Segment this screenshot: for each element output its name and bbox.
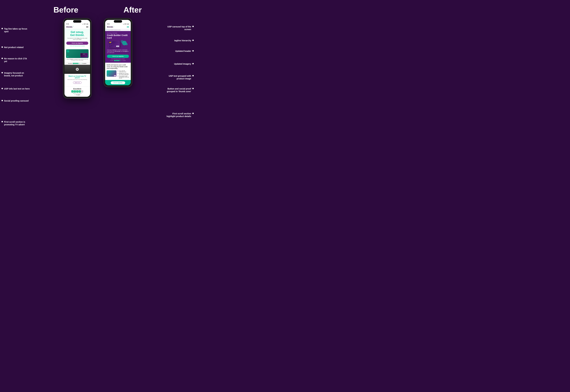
before-image-section: thimbl.™ •••• •••• •••• 1234 Check if th… [65, 48, 90, 62]
after-time: 9:41 [107, 23, 110, 25]
after-usp-banner: ☑ Over 150,000 customers so far [105, 29, 131, 31]
annotation-usp-info: USP info last text on hero [1, 87, 30, 90]
before-phone-frame: 9:41 ▲ WiFi ■■■ thimbl.™ [63, 18, 92, 98]
before-trustpilot-full: ✦ Trustpilot [66, 94, 89, 96]
before-apr: 34.5% APR Representative (variable) [66, 45, 88, 46]
after-card-visual: thimbl.™ •• •••• •••• •••• 12/27 VISA [107, 40, 129, 48]
annotation-updated-imagery: Updated Imagery [174, 63, 194, 65]
before-phone: 9:41 ▲ WiFi ■■■ thimbl.™ [63, 18, 92, 98]
annotation-button-social: Button and social proof grouped in 'thum… [164, 87, 194, 93]
after-scroll-section: Build and improve your credit score, by … [105, 63, 131, 80]
bullet-dot [1, 121, 3, 122]
before-excellent-stars: ★ ★ ★ ★ ★ [66, 90, 89, 93]
bullet-dot [1, 72, 3, 73]
bullet-dot [1, 100, 3, 101]
annotation-tagline: Tag line takes up focus spot [1, 28, 30, 33]
annotation-first-scroll-right: First scroll section highlight product d… [164, 112, 194, 118]
annotation-usp-grouped: USP text grouped with product image [164, 75, 194, 80]
before-tv-title: Watch our brand new TV advert! [66, 75, 89, 79]
after-phone-frame: 9:41 ▲ WiFi ■■■ thimbl.™ [104, 18, 132, 87]
before-tagline: Get smug. Get thimbl. [66, 31, 88, 37]
before-tv-sub: Share where you've seen us by using #Get… [66, 79, 89, 80]
dynamic-island-after [114, 20, 122, 23]
feature-item-2: ☑ Manage your account 24/7 in the mobile… [117, 73, 129, 75]
bullet-dot [1, 88, 3, 89]
feature-item-1: ☑ Over 150,000 customers so far [117, 70, 129, 72]
annotation-imagery: Imagery focused on brand, not product [1, 71, 30, 77]
card-overlay: thimbl.™ •••• •••• •••• 1234 [80, 53, 88, 57]
bullet-dot [1, 46, 3, 48]
before-excellent-title: Excellent [66, 88, 89, 90]
before-sub-text: You deserve to feel smug, about the cred… [66, 38, 88, 40]
after-main-title: Credit Builder Credit Card [107, 34, 129, 39]
before-hero: Get smug. Get thimbl. You deserve to fee… [65, 29, 90, 48]
before-stars [73, 63, 79, 64]
after-hamburger[interactable] [127, 26, 129, 28]
before-hero-image: thimbl.™ •••• •••• •••• 1234 [66, 49, 89, 58]
after-phone: 9:41 ▲ WiFi ■■■ thimbl.™ [104, 18, 132, 87]
after-scroll-card: thimbl.™ VISA [107, 70, 116, 77]
after-stars: ★ ★ ★ ★ ★ [114, 60, 121, 61]
before-cta-button[interactable]: Check my eligibility [66, 42, 88, 45]
after-usp-banner-text: Over 150,000 customers so far [108, 29, 120, 30]
after-trustpilot: Excellent ★ ★ ★ ★ ★ ✦ Trustpilot [107, 60, 129, 61]
before-nav: thimbl.™ [65, 25, 90, 29]
after-status-icons: ▲ WiFi ■■■ [123, 24, 129, 25]
annotation-updated-header: Updated header [175, 50, 194, 52]
before-screen: 9:41 ▲ WiFi ■■■ thimbl.™ [65, 20, 90, 97]
titles-row: Before After [0, 0, 195, 14]
after-apr: 34.5% APR Representative (variable) [107, 58, 129, 59]
before-check-text: Check if thimbl. is a match for you in 6… [66, 59, 89, 61]
before-logo: thimbl.™ [66, 26, 74, 28]
before-trustpilot-text: Trustpilot [76, 94, 80, 95]
annotation-social-proof: Social proofing carousel [1, 99, 29, 102]
after-card-features-row: thimbl.™ VISA ☑ Over 150,000 customers s… [107, 70, 129, 79]
before-excellent-section: Excellent ★ ★ ★ ★ ★ Based on 59 reviews … [65, 86, 90, 97]
dynamic-island-before [73, 20, 82, 23]
before-video-section [65, 65, 90, 74]
annotation-tagline-hierarchy: tagline hierarchy [174, 39, 194, 42]
annotation-no-reason: No reason to click CTA yet [1, 57, 30, 63]
after-nav: thimbl.™ [105, 25, 131, 29]
before-watch-button[interactable]: Watch now [73, 82, 82, 84]
annotation-usp-carousel: USP carousel top of the screen [164, 25, 194, 31]
before-hamburger[interactable] [86, 26, 88, 28]
annotation-first-scroll: First scroll section is promoting TV adv… [1, 121, 30, 126]
after-bottom-cta-button[interactable]: Check eligibility [111, 81, 125, 84]
before-trustpilot-bar: Excellent ★ ✦ Trustpilot [65, 62, 90, 65]
feature-item-3: ☑ Personalised credit limit between £500… [117, 75, 129, 79]
before-play-button[interactable] [76, 68, 79, 71]
bullet-dot [1, 58, 3, 59]
before-based-on: Based on 59 reviews [66, 93, 89, 94]
after-screen: 9:41 ▲ WiFi ■■■ thimbl.™ [105, 20, 131, 85]
after-title: After [124, 5, 142, 14]
annotation-not-product: Not product related [1, 46, 24, 49]
after-scroll-title: Build and improve your credit score, by … [107, 64, 129, 70]
after-feature-list: ☑ Over 150,000 customers so far ☑ Manage… [117, 70, 129, 79]
main-wrapper: Before After Tag line takes up focus spo… [0, 0, 195, 135]
before-time: 9:41 [66, 23, 69, 25]
after-cta-button[interactable]: Check my eligibility [107, 55, 129, 58]
after-hero: Get Smug. Get thimbl. Credit Builder Cre… [105, 31, 131, 63]
credit-card-image: thimbl.™ •• •••• •••• •••• 12/27 VISA [109, 41, 120, 48]
before-tv-section: Watch our brand new TV advert! Share whe… [65, 74, 90, 86]
before-trustpilot-logo: ✦ Trustpilot [81, 63, 86, 64]
before-title: Before [54, 5, 78, 14]
play-triangle [77, 69, 78, 70]
after-bottom-cta: Check eligibility [105, 80, 131, 85]
usp-check-icon: ☑ [106, 29, 107, 31]
bullet-dot [1, 28, 3, 29]
after-usp-text: Check your eligibility for a thimbl. Cre… [107, 49, 129, 53]
before-status-icons: ▲ WiFi ■■■ [82, 24, 88, 25]
after-small-tag: Get Smug. Get thimbl. [107, 32, 129, 34]
after-logo: thimbl.™ [107, 26, 114, 28]
